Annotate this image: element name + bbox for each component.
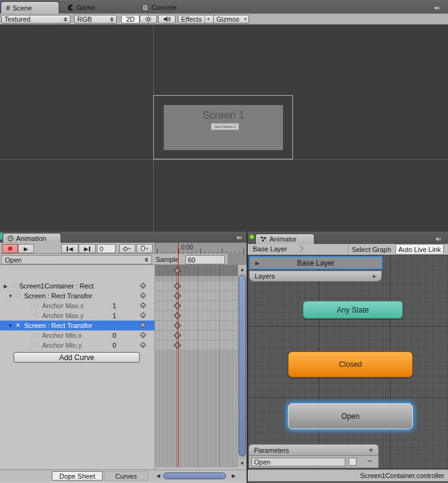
render-channels-dropdown[interactable]: RGB: [74, 15, 117, 23]
state-label: Open: [341, 412, 359, 421]
animator-status-bar: Screen1Container.controller: [248, 469, 448, 481]
parameter-bool-checkbox[interactable]: [349, 458, 357, 466]
row-key-diamond-icon[interactable]: [140, 293, 146, 299]
expand-arrow-icon[interactable]: ▼: [8, 292, 13, 301]
state-machine-graph[interactable]: ▶ Base Layer Layers + Any State Closed O…: [248, 255, 448, 469]
chevron-down-icon: ▾: [244, 17, 247, 22]
scroll-up-button[interactable]: ▲: [238, 265, 247, 274]
state-label: Any State: [337, 306, 369, 314]
row-label: Screen1Container : Rect: [19, 281, 93, 291]
sample-label: Sample: [156, 256, 179, 263]
curves-label: Curves: [116, 472, 137, 480]
tab-console[interactable]: Console: [142, 2, 176, 13]
rect-transform-icon: ×: [16, 321, 20, 330]
scene-view[interactable]: Screen 1 Go to Screen 2: [0, 25, 448, 232]
state-label: Closed: [339, 360, 361, 369]
record-dot-icon: [8, 246, 12, 251]
animation-clip-bar: Open Sample 60: [0, 254, 227, 265]
tab-animation[interactable]: Animation: [2, 233, 61, 243]
controller-name-label: Screen1Container.controller: [360, 472, 444, 479]
expand-arrow-icon[interactable]: ▶: [4, 282, 7, 292]
sample-rate-field[interactable]: 60: [185, 255, 225, 264]
scene-tab-strip: # Scene Game Console ▾≡: [0, 0, 448, 14]
timeline-playhead[interactable]: [178, 243, 179, 468]
row-key-diamond-icon[interactable]: [140, 283, 146, 289]
anim-row-anchor-min-x[interactable]: ∷ Anchor Min.x 0: [0, 330, 154, 340]
right-arrow-icon: ▶: [232, 473, 235, 479]
dope-sheet-tab[interactable]: Dope Sheet: [52, 471, 103, 481]
anim-row-anchor-max-x[interactable]: ∷ Anchor Max.x 1: [0, 301, 154, 311]
dopesheet-area[interactable]: [154, 265, 238, 468]
anim-row-screen1container[interactable]: ▶ ∷ Screen1Container : Rect: [0, 281, 154, 291]
remove-parameter-icon[interactable]: −: [368, 456, 373, 466]
row-value: 1: [112, 301, 116, 311]
scene-audio-button[interactable]: [158, 15, 175, 23]
row-key-diamond-icon[interactable]: [140, 313, 146, 319]
sun-icon: [145, 15, 152, 23]
parameters-header[interactable]: Parameters +: [248, 444, 379, 456]
state-closed[interactable]: Closed: [288, 351, 413, 377]
auto-live-link-button[interactable]: Auto Live Link: [395, 244, 444, 254]
anim-row-screen-rect-2-selected[interactable]: ▼ × Screen : Rect Transfor: [0, 321, 154, 330]
animator-panel-menu-icon[interactable]: ▾≡: [436, 236, 441, 242]
auto-live-link-label: Auto Live Link: [398, 246, 441, 253]
animation-panel-menu-icon[interactable]: ▾≡: [237, 235, 242, 241]
tab-game[interactable]: Game: [67, 2, 95, 13]
state-any-state[interactable]: Any State: [303, 301, 403, 319]
row-key-diamond-icon[interactable]: [140, 322, 146, 329]
current-frame-field[interactable]: 0: [97, 244, 116, 253]
breadcrumb-chevron-icon: [296, 245, 304, 253]
layer-foldout-icon[interactable]: ▶: [255, 260, 260, 266]
goto-first-frame-button[interactable]: ◀: [61, 244, 78, 253]
row-key-diamond-icon[interactable]: [140, 332, 146, 338]
add-layer-icon[interactable]: +: [371, 272, 376, 281]
anim-row-anchor-max-y[interactable]: ∷ Anchor Max.y 1: [0, 311, 154, 321]
toggle-2d-button[interactable]: 2D: [121, 15, 140, 23]
scene-lighting-button[interactable]: [140, 15, 157, 23]
play-button[interactable]: ▶: [18, 244, 34, 253]
animation-bottom-bar: Dope Sheet Curves ◀ ▶: [0, 469, 247, 481]
tab-animator[interactable]: Animator: [255, 233, 315, 244]
tab-scene[interactable]: # Scene: [1, 1, 59, 14]
property-icon: ∷: [34, 311, 38, 321]
anim-row-anchor-min-y[interactable]: ∷ Anchor Min.y 0: [0, 340, 154, 350]
h-scroll-left-button[interactable]: ◀: [154, 472, 162, 480]
goto-last-frame-button[interactable]: ▶: [78, 244, 96, 253]
anim-row-screen-rect-1[interactable]: ▼ ∷ Screen : Rect Transfor: [0, 291, 154, 301]
scene-toolbar: Textured RGB 2D Effects ▾ Gizmos ▾ ▾: [0, 14, 448, 25]
parameter-name-value: Open: [254, 458, 271, 466]
add-event-button[interactable]: +: [137, 244, 153, 253]
select-graph-button[interactable]: Select Graph: [348, 244, 394, 254]
chevron-down-icon: ▾: [207, 17, 209, 22]
breadcrumb-base-layer[interactable]: Base Layer: [253, 245, 287, 253]
record-button[interactable]: [2, 244, 18, 253]
scene-panel-menu-icon[interactable]: ▾≡: [434, 5, 439, 11]
expand-arrow-icon[interactable]: ▼: [8, 321, 13, 331]
state-open-selected[interactable]: Open: [288, 403, 413, 429]
bar-icon: [89, 246, 90, 251]
plus-icon: +: [128, 246, 131, 251]
shading-mode-dropdown[interactable]: Textured: [1, 15, 70, 23]
add-curve-button[interactable]: Add Curve: [14, 352, 140, 363]
screen1-panel[interactable]: Screen 1 Go to Screen 2: [164, 105, 283, 150]
goto-screen2-button[interactable]: Go to Screen 2: [211, 123, 239, 130]
layer-base-layer[interactable]: ▶ Base Layer: [249, 256, 382, 269]
h-scroll-right-button[interactable]: ▶: [230, 472, 237, 480]
add-keyframe-button[interactable]: +: [119, 244, 135, 253]
horizontal-scroll-thumb[interactable]: [163, 472, 226, 479]
timeline-ruler[interactable]: 0:00: [154, 243, 247, 254]
parameter-name-field[interactable]: Open: [251, 458, 345, 466]
layers-header-label: Layers: [255, 272, 275, 280]
animation-control-bar: ▶ ◀ ▶ 0 + +: [0, 243, 154, 254]
vertical-scroll-thumb[interactable]: [239, 275, 246, 456]
scroll-down-button[interactable]: ▼: [238, 459, 247, 468]
layers-header[interactable]: Layers +: [249, 271, 382, 282]
vertical-scrollbar[interactable]: ▲ ▼: [238, 265, 247, 468]
row-key-diamond-icon[interactable]: [140, 342, 146, 348]
animator-icon: [260, 236, 267, 242]
row-key-diamond-icon[interactable]: [140, 303, 146, 309]
add-parameter-icon[interactable]: +: [368, 445, 373, 455]
clip-selector-dropdown[interactable]: Open: [1, 255, 152, 264]
curves-tab[interactable]: Curves: [104, 471, 148, 481]
gizmos-dropdown[interactable]: Gizmos ▾: [213, 15, 249, 23]
